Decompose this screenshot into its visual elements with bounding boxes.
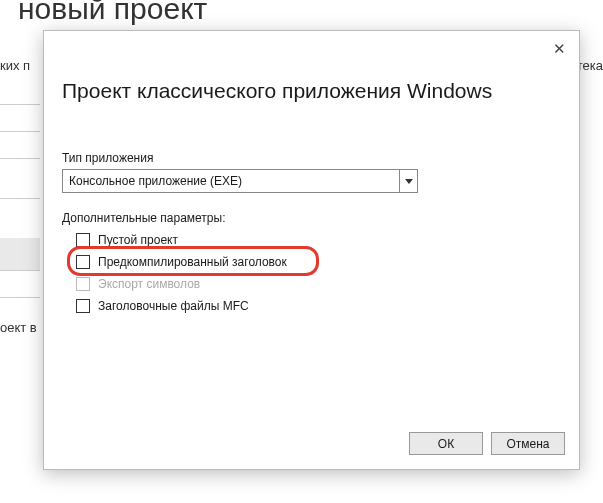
background-divider <box>0 238 40 270</box>
dialog-window: ✕ Проект классического приложения Window… <box>43 30 580 470</box>
option-label: Заголовочные файлы MFC <box>98 299 249 313</box>
background-divider <box>0 270 40 271</box>
background-divider <box>0 158 40 159</box>
app-type-select[interactable]: Консольное приложение (EXE) <box>62 169 418 193</box>
chevron-down-icon[interactable] <box>399 170 417 192</box>
close-icon[interactable]: ✕ <box>549 39 569 59</box>
option-export-symbols: Экспорт символов <box>76 273 287 295</box>
option-precompiled-header[interactable]: Предкомпилированный заголовок <box>76 251 287 273</box>
option-label: Предкомпилированный заголовок <box>98 255 287 269</box>
option-mfc-headers[interactable]: Заголовочные файлы MFC <box>76 295 287 317</box>
options-group: Пустой проект Предкомпилированный заголо… <box>76 229 287 317</box>
app-type-value: Консольное приложение (EXE) <box>63 174 399 188</box>
checkbox[interactable] <box>76 233 90 247</box>
background-text-bottom: оект в <box>0 320 37 335</box>
background-text-left: ких п <box>0 58 30 73</box>
app-type-label: Тип приложения <box>62 151 153 165</box>
option-label: Пустой проект <box>98 233 178 247</box>
background-divider <box>0 104 40 105</box>
checkbox[interactable] <box>76 299 90 313</box>
cancel-button[interactable]: Отмена <box>491 432 565 455</box>
ok-button[interactable]: ОК <box>409 432 483 455</box>
checkbox <box>76 277 90 291</box>
background-heading: новый проект <box>18 0 207 26</box>
background-divider <box>0 297 40 298</box>
dialog-title: Проект классического приложения Windows <box>62 79 492 103</box>
background-divider <box>0 198 40 199</box>
dialog-button-row: ОК Отмена <box>409 432 565 455</box>
checkbox[interactable] <box>76 255 90 269</box>
additional-params-label: Дополнительные параметры: <box>62 211 226 225</box>
background-divider <box>0 131 40 132</box>
option-empty-project[interactable]: Пустой проект <box>76 229 287 251</box>
option-label: Экспорт символов <box>98 277 200 291</box>
